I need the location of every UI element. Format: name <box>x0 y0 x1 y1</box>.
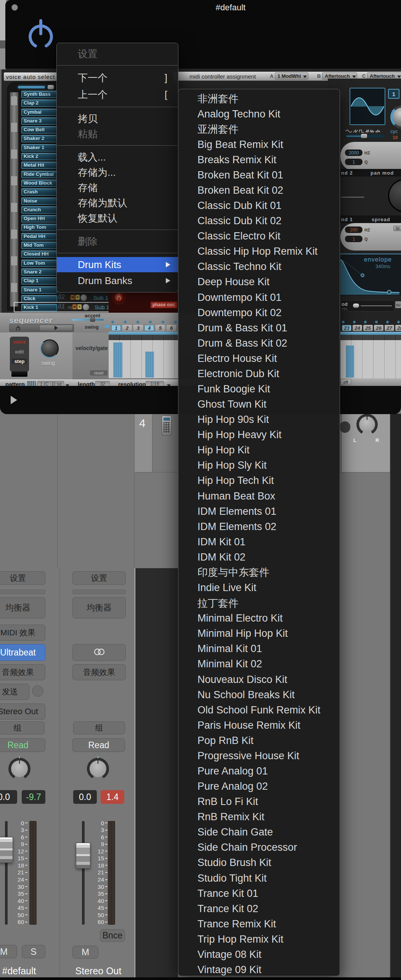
strip-automation-button[interactable]: Read <box>0 738 45 752</box>
menu-item-drum-banks[interactable]: Drum Banks <box>57 272 178 289</box>
lfo-cycles-value[interactable]: 10 <box>393 135 398 140</box>
submenu-item[interactable]: 亚洲套件 <box>178 122 340 137</box>
power-icon[interactable] <box>26 18 56 50</box>
peak-value[interactable]: -9.7 <box>22 790 45 804</box>
step-number[interactable]: 1 <box>111 325 121 331</box>
disclosure-play-icon[interactable] <box>11 396 17 404</box>
drum-machine-icon[interactable] <box>162 416 172 435</box>
drum-voice-button[interactable]: High Tom <box>21 224 57 231</box>
submenu-item[interactable]: Trance Kit 01 <box>178 886 340 901</box>
submenu-item[interactable]: Analog Techno Kit <box>178 106 340 122</box>
submenu-item[interactable]: Trance Kit 02 <box>178 901 340 916</box>
submenu-item[interactable]: Paris House Remix Kit <box>178 718 340 733</box>
submenu-item[interactable]: Hip Hop Sly Kit <box>178 458 340 473</box>
submenu-item[interactable]: Downtempo Kit 02 <box>178 305 340 320</box>
output-assign[interactable]: Sub 1 <box>95 304 109 310</box>
step-number[interactable]: 25 <box>363 325 373 331</box>
drum-voice-button[interactable]: Clap 2 <box>21 100 57 107</box>
bounce-button[interactable]: Bnce <box>100 929 125 942</box>
submenu-item[interactable]: Trance Remix Kit <box>178 916 340 932</box>
menu-item-restore-default[interactable]: 恢复默认 <box>57 210 178 226</box>
output-assign[interactable]: Sub 1 <box>93 294 108 301</box>
submenu-item[interactable]: Nu School Breaks Kit <box>178 687 340 702</box>
step-number[interactable]: 3 <box>133 325 143 331</box>
submenu-item[interactable]: Breaks Remix Kit <box>178 152 340 167</box>
submenu-item[interactable]: Classic Electro Kit <box>178 229 340 244</box>
submenu-item[interactable]: Minimal Hip Hop Kit <box>178 626 340 641</box>
submenu-item[interactable]: Downtempo Kit 01 <box>178 290 340 305</box>
submenu-item[interactable]: IDM Elements 01 <box>178 504 340 519</box>
submenu-item[interactable]: Broken Beat Kit 02 <box>178 183 340 198</box>
pan-knob[interactable] <box>356 414 378 435</box>
submenu-item[interactable]: 非洲套件 <box>178 91 340 106</box>
menu-item-load[interactable]: 载入... <box>57 149 178 165</box>
submenu-item[interactable]: Trip Hop Remix Kit <box>178 932 340 947</box>
volume-value[interactable]: 0.0 <box>0 790 17 804</box>
submenu-item[interactable]: Classic Techno Kit <box>178 259 340 275</box>
submenu-item[interactable]: Progressive House Kit <box>178 748 340 763</box>
drum-voice-button[interactable]: Crunch <box>21 206 57 214</box>
fader-handle[interactable] <box>0 837 13 863</box>
swing-knob[interactable] <box>40 339 59 358</box>
solo-chip[interactable]: S <box>75 295 80 300</box>
drum-voice-button[interactable]: Synth Bass <box>21 91 57 98</box>
strip-format-button[interactable] <box>72 644 126 661</box>
sub-button[interactable]: su <box>395 301 401 308</box>
drum-voice-button[interactable]: Cymbal <box>21 109 57 116</box>
mode-switch[interactable]: voice edit step <box>10 337 29 372</box>
strip-midi-fx-button[interactable]: MIDI 效果 <box>0 625 45 641</box>
strip-setting-button[interactable]: 设置 <box>0 571 45 585</box>
drum-voice-button[interactable]: Crash <box>21 188 57 196</box>
drum-voice-button[interactable]: Closed HH <box>21 251 57 258</box>
submenu-item[interactable]: Electronic Dub Kit <box>178 366 340 381</box>
fader-handle[interactable] <box>76 843 90 869</box>
drum-voice-button[interactable]: Shaker 2 <box>21 135 57 142</box>
step-number[interactable]: 6 <box>167 325 176 331</box>
submenu-item[interactable]: Old School Funk Remix Kit <box>178 702 340 718</box>
velocity-bar[interactable] <box>113 342 122 378</box>
off-button[interactable]: off <box>340 379 351 385</box>
band1-freq-value[interactable]: 200 <box>345 227 363 233</box>
submenu-item[interactable]: Nouveaux Disco Kit <box>178 672 340 687</box>
accent-slider-handle[interactable] <box>90 317 95 322</box>
strip-audio-fx-button[interactable]: 音频效果 <box>72 664 126 680</box>
step-number[interactable]: 24 <box>353 325 362 331</box>
submenu-item[interactable]: Deep House Kit <box>178 275 340 290</box>
menu-item-save-as[interactable]: 存储为... <box>57 165 178 180</box>
strip-setting-button[interactable]: 设置 <box>72 571 126 585</box>
band1-q-value[interactable]: 1 <box>345 236 363 242</box>
strip-group-button[interactable]: 组 <box>73 721 125 734</box>
band2-q-value[interactable]: 1 <box>345 159 363 165</box>
close-window-icon[interactable] <box>11 4 18 11</box>
drum-voice-button[interactable]: Click <box>21 295 57 302</box>
voice-auto-select-bar[interactable]: voice auto select <box>4 72 57 81</box>
volume-value[interactable]: 0.0 <box>73 790 97 804</box>
pan-mini-knob[interactable] <box>80 294 87 301</box>
submenu-item[interactable]: Classic Hip Hop Remix Kit <box>178 244 340 259</box>
drum-voice-button[interactable]: Snare 3 <box>21 117 57 125</box>
step-number[interactable]: 28 <box>395 325 401 331</box>
submenu-item[interactable]: IDM Kit 02 <box>178 549 340 565</box>
send-knob[interactable] <box>32 685 43 697</box>
submenu-item[interactable]: IDM Kit 01 <box>178 534 340 549</box>
menu-item-next[interactable]: 下一个] <box>57 69 178 86</box>
mode-switch-lever[interactable] <box>11 371 27 377</box>
menu-item-copy[interactable]: 拷贝 <box>57 111 178 126</box>
drum-voice-button[interactable]: Snare 1 <box>21 286 57 294</box>
step-number[interactable]: 26 <box>374 325 383 331</box>
submenu-item[interactable]: Pure Analog 01 <box>178 763 340 779</box>
submenu-item[interactable]: Side Chain Gate <box>178 825 340 840</box>
strip-eq-button[interactable]: 均衡器 <box>72 597 126 619</box>
submenu-item[interactable]: Hip Hop Kit <box>178 443 340 458</box>
strip-sends-button[interactable]: 发送 <box>0 684 29 700</box>
submenu-item[interactable]: Drum & Bass Kit 02 <box>178 336 340 351</box>
strip-instrument-slot[interactable]: Ultrabeat <box>0 644 45 661</box>
mode-step-label[interactable]: step <box>12 358 27 364</box>
submenu-item[interactable]: Hip Hop Heavy Kit <box>178 427 340 443</box>
submenu-item[interactable]: Classic Dub Kit 01 <box>178 198 340 214</box>
lfo-1-button[interactable]: 1 <box>388 89 399 99</box>
drum-voice-button[interactable]: Low Tom <box>21 260 57 267</box>
velocity-bar[interactable] <box>346 345 354 378</box>
submenu-item[interactable]: 印度与中东套件 <box>178 565 340 580</box>
osc-power-icon[interactable] <box>114 292 124 303</box>
